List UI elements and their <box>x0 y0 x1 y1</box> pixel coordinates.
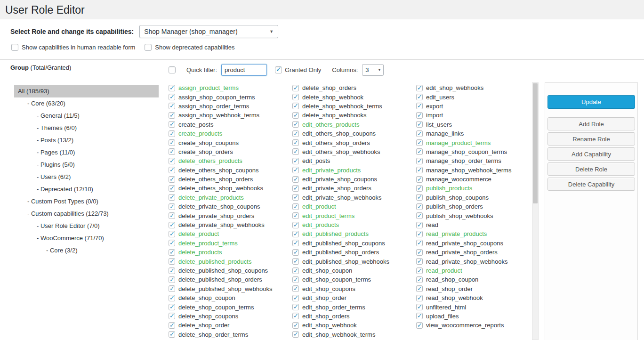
capability-checkbox[interactable] <box>169 103 175 109</box>
capability-checkbox[interactable] <box>416 322 423 329</box>
capability-label[interactable]: delete_products <box>178 249 222 256</box>
capability-label[interactable]: manage_shop_coupon_terms <box>426 148 507 155</box>
capability-label[interactable]: edit_shop_coupon_terms <box>302 276 371 283</box>
capability-label[interactable]: read_shop_coupon <box>426 276 478 283</box>
capability-checkbox[interactable] <box>416 167 423 173</box>
capability-label[interactable]: edit_shop_webhooks <box>426 84 483 91</box>
capability-label[interactable]: read_private_products <box>426 230 487 237</box>
capability-checkbox[interactable] <box>169 222 175 228</box>
capability-label[interactable]: delete_private_shop_orders <box>178 212 254 219</box>
capability-checkbox[interactable] <box>292 167 299 173</box>
capability-label[interactable]: read <box>426 221 438 228</box>
capability-checkbox[interactable] <box>416 185 423 192</box>
capability-label[interactable]: assign_shop_webhook_terms <box>178 112 259 119</box>
capability-checkbox[interactable] <box>169 121 175 128</box>
capability-checkbox[interactable] <box>292 158 299 164</box>
group-item[interactable]: - Custom capabilities (122/73) <box>14 208 159 220</box>
capability-label[interactable]: edit_private_shop_coupons <box>302 176 377 183</box>
capability-label[interactable]: read_private_shop_orders <box>426 249 498 256</box>
capability-checkbox[interactable] <box>169 285 175 292</box>
capability-label[interactable]: delete_product_terms <box>178 240 238 247</box>
capability-label[interactable]: edit_products <box>302 221 339 228</box>
scrollbar-thumb[interactable] <box>533 83 538 203</box>
capability-label[interactable]: edit_shop_coupon <box>302 267 352 274</box>
columns-select[interactable]: 3 ▾ <box>362 64 384 76</box>
delete-role-button[interactable]: Delete Role <box>547 162 635 176</box>
group-item[interactable]: All (185/93) <box>14 85 159 97</box>
capability-label[interactable]: assign_shop_coupon_terms <box>178 94 255 101</box>
capability-checkbox[interactable] <box>292 295 299 301</box>
capability-label[interactable]: delete_shop_webhook_terms <box>302 103 382 110</box>
capability-label[interactable]: delete_published_shop_orders <box>178 276 262 283</box>
capability-checkbox[interactable] <box>292 194 299 201</box>
group-item[interactable]: - User Role Editor (7/0) <box>14 220 159 232</box>
capability-label[interactable]: edit_private_shop_orders <box>302 185 371 192</box>
capability-checkbox[interactable] <box>169 203 175 210</box>
capability-checkbox[interactable] <box>416 276 423 283</box>
capability-label[interactable]: edit_users <box>426 94 454 101</box>
group-item[interactable]: - General (11/5) <box>14 110 159 122</box>
capability-checkbox[interactable] <box>292 85 299 91</box>
capability-label[interactable]: delete_private_shop_coupons <box>178 203 260 210</box>
capability-checkbox[interactable] <box>169 158 175 164</box>
capability-checkbox[interactable] <box>169 331 175 338</box>
capability-checkbox[interactable] <box>292 276 299 283</box>
select-all-checkbox[interactable] <box>169 66 176 73</box>
group-item[interactable]: - Themes (6/0) <box>14 122 159 134</box>
capability-label[interactable]: edit_shop_orders <box>302 313 349 320</box>
capability-label[interactable]: delete_others_shop_webhooks <box>178 185 263 192</box>
rename-role-button[interactable]: Rename Role <box>547 132 635 146</box>
capability-checkbox[interactable] <box>292 322 299 329</box>
capability-label[interactable]: edit_shop_order <box>302 294 346 301</box>
capability-checkbox[interactable] <box>416 121 423 128</box>
add-role-button[interactable]: Add Role <box>547 117 635 130</box>
capability-checkbox[interactable] <box>169 85 175 91</box>
capability-checkbox[interactable] <box>169 167 175 173</box>
capability-checkbox[interactable] <box>169 94 175 100</box>
capability-checkbox[interactable] <box>169 112 175 119</box>
capability-checkbox[interactable] <box>416 203 423 210</box>
capability-label[interactable]: edit_posts <box>302 157 330 164</box>
capability-label[interactable]: manage_shop_webhook_terms <box>426 167 511 174</box>
capability-checkbox[interactable] <box>169 231 175 237</box>
capability-checkbox[interactable] <box>169 212 175 219</box>
capability-label[interactable]: publish_shop_coupons <box>426 194 489 201</box>
capability-checkbox[interactable] <box>416 158 423 164</box>
delete-capability-button[interactable]: Delete Capability <box>547 178 635 191</box>
group-item[interactable]: - Deprecated (12/10) <box>14 183 159 195</box>
capability-checkbox[interactable] <box>292 148 299 155</box>
capability-checkbox[interactable] <box>416 212 423 219</box>
capability-label[interactable]: read_private_shop_webhooks <box>426 258 507 265</box>
capability-label[interactable]: delete_shop_webhook <box>302 94 363 101</box>
capability-label[interactable]: read_shop_webhook <box>426 294 483 301</box>
capability-label[interactable]: view_woocommerce_reports <box>426 322 504 329</box>
capability-checkbox[interactable] <box>169 139 175 146</box>
capability-checkbox[interactable] <box>292 222 299 228</box>
capability-checkbox[interactable] <box>416 258 423 265</box>
capability-checkbox[interactable] <box>169 276 175 283</box>
capability-checkbox[interactable] <box>416 176 423 183</box>
capability-label[interactable]: edit_published_shop_webhooks <box>302 258 389 265</box>
capability-label[interactable]: edit_others_shop_coupons <box>302 130 376 137</box>
show-deprecated-checkbox[interactable] <box>145 44 152 51</box>
group-item[interactable]: - WooCommerce (71/70) <box>14 232 159 244</box>
capability-checkbox[interactable] <box>292 103 299 109</box>
capability-checkbox[interactable] <box>292 304 299 310</box>
capability-label[interactable]: import <box>426 112 443 119</box>
add-capability-button[interactable]: Add Capability <box>547 147 635 161</box>
capability-checkbox[interactable] <box>169 313 175 319</box>
capability-checkbox[interactable] <box>416 222 423 228</box>
human-readable-checkbox[interactable] <box>11 44 18 51</box>
capability-checkbox[interactable] <box>169 194 175 201</box>
group-item[interactable]: - Custom Post Types (0/0) <box>14 195 159 208</box>
capability-label[interactable]: delete_others_products <box>178 157 242 164</box>
capability-checkbox[interactable] <box>169 295 175 301</box>
capability-checkbox[interactable] <box>169 176 175 183</box>
capability-label[interactable]: create_posts <box>178 121 213 128</box>
capability-label[interactable]: delete_private_shop_webhooks <box>178 221 265 228</box>
capability-checkbox[interactable] <box>416 85 423 91</box>
capability-checkbox[interactable] <box>416 139 423 146</box>
capability-label[interactable]: edit_others_shop_orders <box>302 139 370 146</box>
capability-label[interactable]: edit_shop_webhook <box>302 322 357 329</box>
capability-checkbox[interactable] <box>169 148 175 155</box>
